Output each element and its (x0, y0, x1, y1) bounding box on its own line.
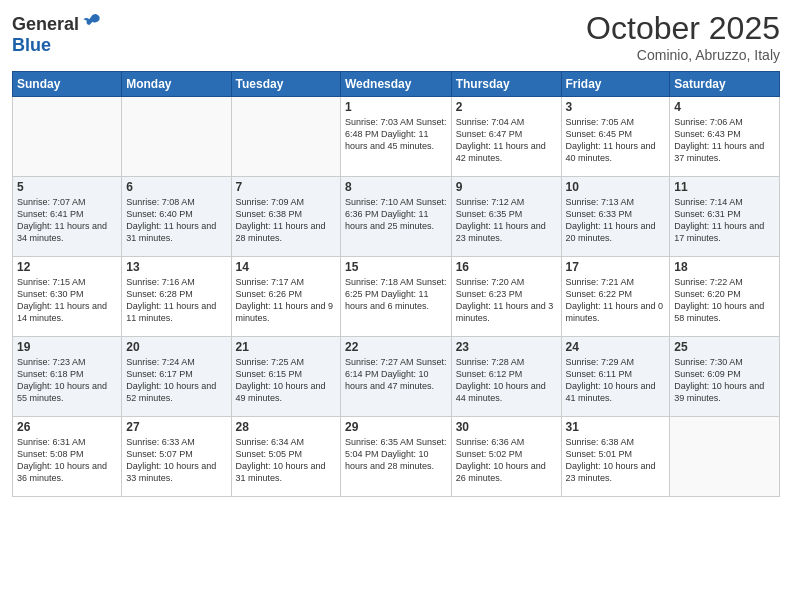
calendar-week-4: 19Sunrise: 7:23 AM Sunset: 6:18 PM Dayli… (13, 337, 780, 417)
page-container: General Blue October 2025 Cominio, Abruz… (0, 0, 792, 612)
day-number: 12 (17, 260, 117, 274)
table-row: 9Sunrise: 7:12 AM Sunset: 6:35 PM Daylig… (451, 177, 561, 257)
table-row: 12Sunrise: 7:15 AM Sunset: 6:30 PM Dayli… (13, 257, 122, 337)
location-title: Cominio, Abruzzo, Italy (586, 47, 780, 63)
table-row: 31Sunrise: 6:38 AM Sunset: 5:01 PM Dayli… (561, 417, 670, 497)
day-info: Sunrise: 7:27 AM Sunset: 6:14 PM Dayligh… (345, 356, 447, 392)
day-info: Sunrise: 7:06 AM Sunset: 6:43 PM Dayligh… (674, 116, 775, 165)
day-number: 27 (126, 420, 226, 434)
day-number: 17 (566, 260, 666, 274)
logo-general: General (12, 14, 79, 34)
day-number: 13 (126, 260, 226, 274)
col-saturday: Saturday (670, 72, 780, 97)
day-number: 7 (236, 180, 336, 194)
table-row: 28Sunrise: 6:34 AM Sunset: 5:05 PM Dayli… (231, 417, 340, 497)
day-info: Sunrise: 7:16 AM Sunset: 6:28 PM Dayligh… (126, 276, 226, 325)
day-info: Sunrise: 7:09 AM Sunset: 6:38 PM Dayligh… (236, 196, 336, 245)
col-thursday: Thursday (451, 72, 561, 97)
day-number: 15 (345, 260, 447, 274)
day-info: Sunrise: 7:04 AM Sunset: 6:47 PM Dayligh… (456, 116, 557, 165)
table-row: 17Sunrise: 7:21 AM Sunset: 6:22 PM Dayli… (561, 257, 670, 337)
day-number: 25 (674, 340, 775, 354)
day-info: Sunrise: 7:20 AM Sunset: 6:23 PM Dayligh… (456, 276, 557, 325)
day-number: 22 (345, 340, 447, 354)
table-row: 8Sunrise: 7:10 AM Sunset: 6:36 PM Daylig… (341, 177, 452, 257)
table-row: 27Sunrise: 6:33 AM Sunset: 5:07 PM Dayli… (122, 417, 231, 497)
table-row: 25Sunrise: 7:30 AM Sunset: 6:09 PM Dayli… (670, 337, 780, 417)
table-row: 21Sunrise: 7:25 AM Sunset: 6:15 PM Dayli… (231, 337, 340, 417)
day-number: 5 (17, 180, 117, 194)
day-number: 19 (17, 340, 117, 354)
table-row: 19Sunrise: 7:23 AM Sunset: 6:18 PM Dayli… (13, 337, 122, 417)
day-number: 2 (456, 100, 557, 114)
day-info: Sunrise: 7:25 AM Sunset: 6:15 PM Dayligh… (236, 356, 336, 405)
header: General Blue October 2025 Cominio, Abruz… (12, 10, 780, 63)
day-info: Sunrise: 7:13 AM Sunset: 6:33 PM Dayligh… (566, 196, 666, 245)
table-row: 20Sunrise: 7:24 AM Sunset: 6:17 PM Dayli… (122, 337, 231, 417)
day-info: Sunrise: 7:10 AM Sunset: 6:36 PM Dayligh… (345, 196, 447, 232)
col-tuesday: Tuesday (231, 72, 340, 97)
day-info: Sunrise: 6:36 AM Sunset: 5:02 PM Dayligh… (456, 436, 557, 485)
day-info: Sunrise: 6:34 AM Sunset: 5:05 PM Dayligh… (236, 436, 336, 485)
day-number: 4 (674, 100, 775, 114)
day-info: Sunrise: 7:23 AM Sunset: 6:18 PM Dayligh… (17, 356, 117, 405)
table-row: 30Sunrise: 6:36 AM Sunset: 5:02 PM Dayli… (451, 417, 561, 497)
table-row: 11Sunrise: 7:14 AM Sunset: 6:31 PM Dayli… (670, 177, 780, 257)
day-number: 1 (345, 100, 447, 114)
calendar-week-2: 5Sunrise: 7:07 AM Sunset: 6:41 PM Daylig… (13, 177, 780, 257)
day-number: 10 (566, 180, 666, 194)
logo-bird-icon (81, 10, 101, 30)
day-info: Sunrise: 7:17 AM Sunset: 6:26 PM Dayligh… (236, 276, 336, 325)
day-info: Sunrise: 7:28 AM Sunset: 6:12 PM Dayligh… (456, 356, 557, 405)
day-number: 14 (236, 260, 336, 274)
table-row: 1Sunrise: 7:03 AM Sunset: 6:48 PM Daylig… (341, 97, 452, 177)
day-number: 11 (674, 180, 775, 194)
table-row: 18Sunrise: 7:22 AM Sunset: 6:20 PM Dayli… (670, 257, 780, 337)
table-row: 2Sunrise: 7:04 AM Sunset: 6:47 PM Daylig… (451, 97, 561, 177)
day-info: Sunrise: 7:08 AM Sunset: 6:40 PM Dayligh… (126, 196, 226, 245)
day-info: Sunrise: 7:05 AM Sunset: 6:45 PM Dayligh… (566, 116, 666, 165)
day-info: Sunrise: 7:18 AM Sunset: 6:25 PM Dayligh… (345, 276, 447, 312)
table-row: 26Sunrise: 6:31 AM Sunset: 5:08 PM Dayli… (13, 417, 122, 497)
calendar-week-1: 1Sunrise: 7:03 AM Sunset: 6:48 PM Daylig… (13, 97, 780, 177)
day-info: Sunrise: 6:33 AM Sunset: 5:07 PM Dayligh… (126, 436, 226, 485)
table-row: 10Sunrise: 7:13 AM Sunset: 6:33 PM Dayli… (561, 177, 670, 257)
table-row: 5Sunrise: 7:07 AM Sunset: 6:41 PM Daylig… (13, 177, 122, 257)
table-row: 14Sunrise: 7:17 AM Sunset: 6:26 PM Dayli… (231, 257, 340, 337)
day-info: Sunrise: 7:24 AM Sunset: 6:17 PM Dayligh… (126, 356, 226, 405)
day-number: 18 (674, 260, 775, 274)
day-info: Sunrise: 7:29 AM Sunset: 6:11 PM Dayligh… (566, 356, 666, 405)
day-number: 30 (456, 420, 557, 434)
calendar-week-5: 26Sunrise: 6:31 AM Sunset: 5:08 PM Dayli… (13, 417, 780, 497)
day-number: 29 (345, 420, 447, 434)
table-row: 15Sunrise: 7:18 AM Sunset: 6:25 PM Dayli… (341, 257, 452, 337)
col-friday: Friday (561, 72, 670, 97)
table-row: 7Sunrise: 7:09 AM Sunset: 6:38 PM Daylig… (231, 177, 340, 257)
day-info: Sunrise: 7:03 AM Sunset: 6:48 PM Dayligh… (345, 116, 447, 152)
table-row: 4Sunrise: 7:06 AM Sunset: 6:43 PM Daylig… (670, 97, 780, 177)
day-number: 28 (236, 420, 336, 434)
day-number: 21 (236, 340, 336, 354)
day-info: Sunrise: 6:35 AM Sunset: 5:04 PM Dayligh… (345, 436, 447, 472)
day-info: Sunrise: 7:15 AM Sunset: 6:30 PM Dayligh… (17, 276, 117, 325)
day-info: Sunrise: 7:14 AM Sunset: 6:31 PM Dayligh… (674, 196, 775, 245)
col-monday: Monday (122, 72, 231, 97)
day-info: Sunrise: 6:38 AM Sunset: 5:01 PM Dayligh… (566, 436, 666, 485)
day-number: 16 (456, 260, 557, 274)
day-info: Sunrise: 7:07 AM Sunset: 6:41 PM Dayligh… (17, 196, 117, 245)
day-info: Sunrise: 7:30 AM Sunset: 6:09 PM Dayligh… (674, 356, 775, 405)
day-number: 20 (126, 340, 226, 354)
day-info: Sunrise: 6:31 AM Sunset: 5:08 PM Dayligh… (17, 436, 117, 485)
table-row: 3Sunrise: 7:05 AM Sunset: 6:45 PM Daylig… (561, 97, 670, 177)
calendar-header-row: Sunday Monday Tuesday Wednesday Thursday… (13, 72, 780, 97)
day-number: 8 (345, 180, 447, 194)
day-number: 23 (456, 340, 557, 354)
table-row (231, 97, 340, 177)
col-sunday: Sunday (13, 72, 122, 97)
calendar-week-3: 12Sunrise: 7:15 AM Sunset: 6:30 PM Dayli… (13, 257, 780, 337)
calendar-table: Sunday Monday Tuesday Wednesday Thursday… (12, 71, 780, 497)
day-number: 9 (456, 180, 557, 194)
table-row (670, 417, 780, 497)
day-info: Sunrise: 7:22 AM Sunset: 6:20 PM Dayligh… (674, 276, 775, 325)
table-row: 29Sunrise: 6:35 AM Sunset: 5:04 PM Dayli… (341, 417, 452, 497)
